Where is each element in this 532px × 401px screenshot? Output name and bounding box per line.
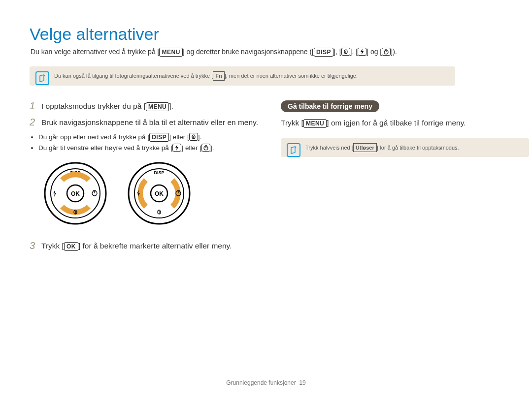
note-box-1: Du kan også få tilgang til fotografering… — [30, 66, 455, 86]
step-2: 2 Bruk navigasjonsknappene til å bla til… — [30, 117, 261, 128]
bullet-1: Du går opp eller ned ved å trykke på [DI… — [38, 133, 261, 142]
flash-icon — [358, 48, 366, 56]
dial-left: OK DISP — [43, 161, 107, 225]
right-column: Gå tilbake til forrige meny Trykk [MENU]… — [281, 100, 529, 257]
dial-right: OK DISP — [127, 161, 191, 225]
bullet-2: Du går til venstre eller høyre ved å try… — [38, 144, 261, 152]
subsection-title: Gå tilbake til forrige meny — [281, 100, 379, 112]
page-title: Velge alternativer — [30, 25, 502, 44]
menu-button-label: MENU — [303, 119, 327, 128]
shutter-label: Utløser — [353, 143, 377, 153]
note-icon — [287, 143, 300, 157]
flash-icon — [172, 144, 181, 152]
timer-icon — [382, 48, 391, 56]
note-box-2: Trykk halvveis ned [Utløser] for å gå ti… — [281, 138, 529, 157]
intro-text: Du kan velge alternativer ved å trykke p… — [31, 48, 502, 57]
disp-button-label: DISP — [149, 133, 169, 142]
step-3: 3 Trykk [OK] for å bekrefte markerte alt… — [30, 240, 261, 251]
menu-button-label: MENU — [146, 102, 169, 111]
svg-text:OK: OK — [155, 190, 164, 197]
disp-button-label: DISP — [314, 48, 333, 57]
step-1: 1 I opptaksmodus trykker du på [MENU]. — [30, 100, 261, 112]
left-column: 1 I opptaksmodus trykker du på [MENU]. 2… — [30, 100, 261, 257]
svg-text:OK: OK — [71, 190, 80, 197]
timer-icon — [201, 144, 210, 152]
note-icon — [35, 71, 49, 85]
macro-icon — [189, 133, 198, 141]
page-footer: Grunnleggende funksjoner 19 — [0, 379, 532, 386]
menu-button-label: MENU — [159, 48, 182, 57]
right-line: Trykk [MENU] om igjen for å gå tilbake t… — [281, 117, 529, 128]
fn-button-label: Fn — [213, 71, 224, 81]
sub-bullets: Du går opp eller ned ved å trykke på [DI… — [38, 133, 261, 152]
svg-text:DISP: DISP — [154, 170, 164, 175]
ok-button-label: OK — [64, 242, 78, 251]
macro-icon — [341, 48, 350, 56]
dial-diagrams: OK DISP OK DISP — [43, 161, 261, 225]
